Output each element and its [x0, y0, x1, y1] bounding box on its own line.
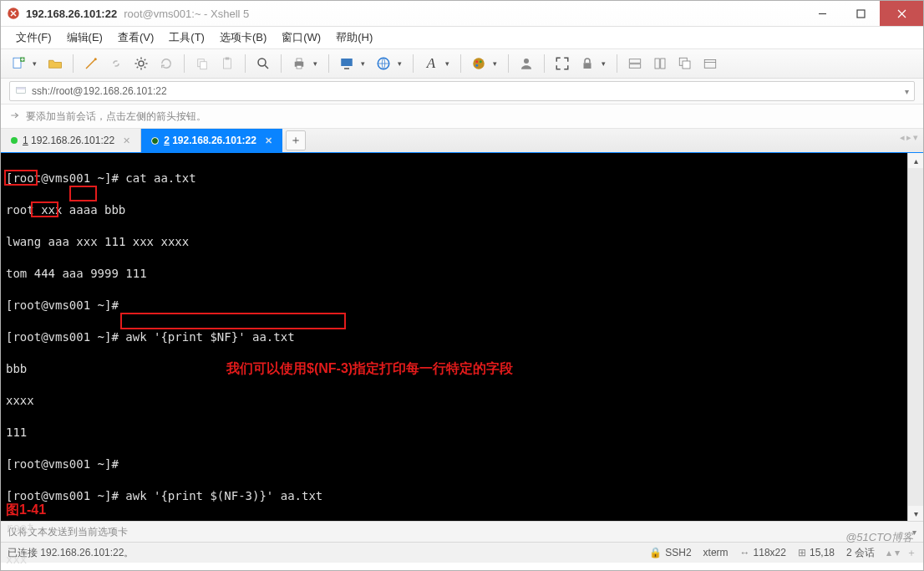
- tab-next-icon[interactable]: ▸: [906, 132, 911, 143]
- terminal-line: [root@vms001 ~]# cat aa.txt: [6, 171, 902, 186]
- cascade-icon: [678, 56, 693, 71]
- svg-rect-14: [341, 59, 353, 66]
- properties-button[interactable]: [130, 53, 152, 74]
- dropdown-icon[interactable]: ▾: [602, 59, 610, 68]
- svg-point-5: [139, 61, 144, 66]
- menu-help[interactable]: 帮助(H): [329, 28, 379, 48]
- plus-icon[interactable]: ＋: [906, 546, 916, 560]
- terminal-scrollbar[interactable]: ▴ ▾: [907, 153, 923, 521]
- user-icon: [519, 56, 534, 71]
- svg-rect-7: [201, 62, 207, 69]
- tab-close-icon[interactable]: ✕: [123, 135, 130, 146]
- dropdown-icon[interactable]: ▾: [445, 59, 454, 68]
- tabs-button[interactable]: [699, 53, 721, 74]
- toolbar-separator: [328, 54, 329, 73]
- address-dropdown-icon[interactable]: ▾: [905, 87, 909, 96]
- scroll-down-icon[interactable]: ▾: [908, 506, 923, 521]
- svg-rect-8: [224, 59, 231, 69]
- title-sub: root@vms001:~ - Xshell 5: [124, 8, 249, 20]
- open-session-button[interactable]: [44, 53, 66, 74]
- minimize-button[interactable]: [803, 1, 841, 26]
- reconnect-button[interactable]: [80, 53, 102, 74]
- new-session-button[interactable]: [8, 53, 29, 74]
- svg-rect-25: [661, 59, 665, 69]
- copy-button[interactable]: [191, 53, 213, 74]
- users-button[interactable]: [515, 53, 537, 74]
- terminal-line: [root@vms001 ~]# awk '{print $(NF-3)}' a…: [6, 488, 902, 504]
- toolbar-separator: [460, 54, 461, 73]
- svg-rect-12: [297, 59, 302, 62]
- address-input[interactable]: ssh://root@192.168.26.101:22 ▾: [9, 81, 915, 101]
- lock-icon: [580, 56, 595, 71]
- toolbar-separator: [73, 54, 74, 73]
- maximize-button[interactable]: [841, 1, 880, 26]
- menu-tools[interactable]: 工具(T): [162, 28, 211, 48]
- toolbar-separator: [245, 54, 246, 73]
- terminal-line: lwang aaa xxx 111 xxx xxxx: [6, 234, 902, 250]
- gear-icon: [134, 56, 149, 71]
- dropdown-icon[interactable]: ▾: [398, 59, 406, 68]
- tile-v-button[interactable]: [649, 53, 671, 74]
- terminal[interactable]: [root@vms001 ~]# cat aa.txt root xxx aaa…: [1, 153, 907, 521]
- svg-rect-28: [704, 60, 716, 69]
- tab-session-1[interactable]: 1 192.168.26.101:22 ✕: [1, 129, 141, 152]
- dropdown-icon[interactable]: ▾: [313, 59, 322, 68]
- status-dot-icon: [151, 137, 159, 145]
- status-dot-icon: [11, 137, 18, 144]
- transfer-icon: [339, 56, 354, 71]
- tile-h-button[interactable]: [624, 53, 646, 74]
- browser-button[interactable]: [373, 53, 394, 74]
- lock-button[interactable]: [576, 53, 598, 74]
- terminal-line: [root@vms001 ~]# awk '{print $NF}' aa.tx…: [6, 329, 902, 345]
- print-button[interactable]: [288, 53, 310, 74]
- terminal-area: [root@vms001 ~]# cat aa.txt root xxx aaa…: [1, 153, 923, 521]
- scroll-track[interactable]: [908, 168, 923, 506]
- title-host: 192.168.26.101:22: [26, 8, 117, 20]
- terminal-line: 111: [6, 425, 902, 441]
- close-button[interactable]: [880, 1, 923, 26]
- fullscreen-icon: [555, 56, 570, 71]
- disconnect-button[interactable]: [105, 53, 127, 74]
- scroll-up-icon[interactable]: ▴: [908, 153, 923, 168]
- svg-point-10: [258, 59, 266, 66]
- menu-edit[interactable]: 编辑(E): [60, 28, 109, 48]
- cascade-button[interactable]: [674, 53, 696, 74]
- dropdown-icon[interactable]: ▾: [493, 59, 501, 68]
- svg-rect-22: [629, 59, 641, 64]
- menu-file[interactable]: 文件(F): [9, 28, 58, 48]
- refresh-button[interactable]: [155, 53, 177, 74]
- terminal-line: xxxx: [6, 393, 902, 409]
- magic-wand-icon: [84, 56, 99, 71]
- globe-icon: [376, 56, 391, 71]
- color-scheme-button[interactable]: [468, 53, 490, 74]
- add-tab-button[interactable]: ＋: [286, 130, 306, 150]
- xftp-button[interactable]: [336, 53, 358, 74]
- hint-arrow-icon[interactable]: [9, 110, 21, 124]
- dropdown-icon[interactable]: ▾: [33, 59, 41, 68]
- dropdown-icon[interactable]: ▾: [361, 59, 369, 68]
- tab-session-2[interactable]: 2 192.168.26.101:22 ✕: [141, 129, 282, 152]
- svg-rect-9: [226, 58, 230, 60]
- svg-rect-30: [17, 87, 26, 89]
- menu-window[interactable]: 窗口(W): [275, 28, 327, 48]
- svg-rect-23: [629, 64, 641, 69]
- font-button[interactable]: A: [420, 53, 442, 74]
- tab-menu-icon[interactable]: ▾: [913, 132, 918, 143]
- menu-view[interactable]: 查看(V): [111, 28, 160, 48]
- toolbar-separator: [413, 54, 414, 73]
- tab-close-icon[interactable]: ✕: [265, 135, 272, 146]
- paste-button[interactable]: [216, 53, 238, 74]
- find-button[interactable]: [252, 53, 274, 74]
- svg-rect-24: [655, 59, 659, 69]
- menu-tabs[interactable]: 选项卡(B): [213, 28, 273, 48]
- terminal-line: [root@vms001 ~]#: [6, 298, 902, 314]
- tab-nav: ◂ ▸ ▾: [900, 132, 918, 143]
- svg-point-18: [480, 60, 482, 63]
- title-bar: 192.168.26.101:22 root@vms001:~ - Xshell…: [1, 1, 923, 27]
- send-bar-dropdown-icon[interactable]: ▾: [912, 528, 916, 537]
- toolbar-separator: [508, 54, 509, 73]
- folder-open-icon: [48, 56, 63, 71]
- svg-point-16: [473, 58, 485, 69]
- fullscreen-button[interactable]: [551, 53, 573, 74]
- tab-prev-icon[interactable]: ◂: [900, 132, 905, 143]
